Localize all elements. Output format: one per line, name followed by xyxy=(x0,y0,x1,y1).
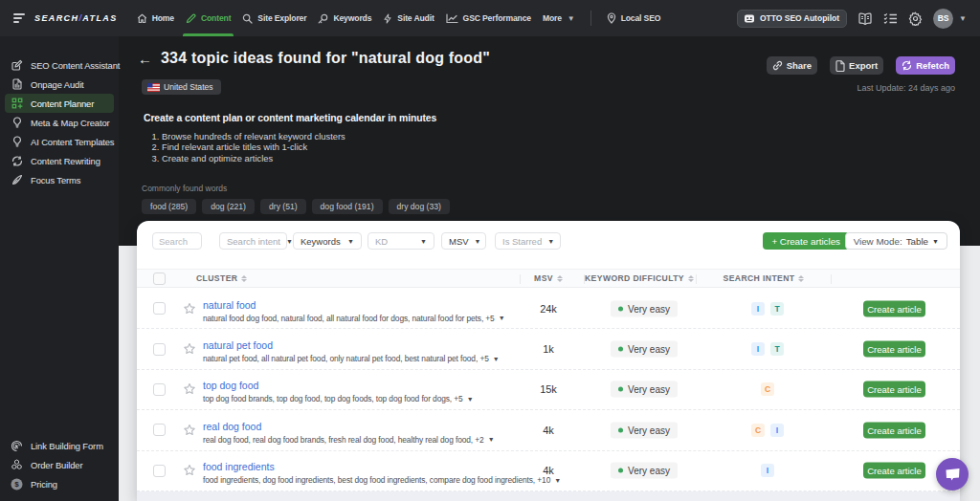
sidebar-item-meta-map-creator[interactable]: Meta & Map Creator xyxy=(5,113,114,132)
create-articles-button[interactable]: + Create articles xyxy=(763,232,849,250)
nav-item-more[interactable]: More▼ xyxy=(537,0,581,36)
create-article-button[interactable]: Create article xyxy=(863,463,925,479)
filter-row: Search intent▼Keywords▼KD▼MSV▼Is Starred… xyxy=(137,221,960,259)
word-chip[interactable]: food (285) xyxy=(142,199,196,214)
row-checkbox[interactable] xyxy=(153,302,166,315)
svg-text:$: $ xyxy=(14,480,19,489)
gear-icon[interactable] xyxy=(908,11,923,26)
row-checkbox[interactable] xyxy=(153,343,166,356)
back-arrow-icon[interactable]: ← xyxy=(138,52,152,66)
intent-badge-c: C xyxy=(751,424,765,437)
sidebar-item-pricing[interactable]: $Pricing xyxy=(5,474,114,493)
sidebar-item-seo-content-assistant[interactable]: SEO Content Assistant xyxy=(5,55,114,75)
sidebar-item-content-rewriting[interactable]: Content Rewriting xyxy=(5,151,114,170)
msv-value: 24k xyxy=(520,303,577,315)
chat-widget-button[interactable] xyxy=(936,458,969,490)
word-chip[interactable]: dog (221) xyxy=(202,199,255,214)
column-header-cluster[interactable]: CLUSTER xyxy=(196,270,247,287)
filter-is-starred[interactable]: Is Starred▼ xyxy=(495,232,561,250)
sidebar-item-content-planner[interactable]: Content Planner xyxy=(5,94,114,113)
caret-down-icon[interactable]: ▼ xyxy=(493,355,500,361)
word-chip[interactable]: dog food (191) xyxy=(312,199,383,214)
cluster-link[interactable]: top dog food xyxy=(203,380,258,391)
sort-icon[interactable] xyxy=(798,275,804,282)
otto-seo-autopilot-button[interactable]: OTTO SEO Autopilot xyxy=(737,10,847,28)
select-all-checkbox[interactable] xyxy=(153,272,166,285)
caret-down-icon[interactable]: ▼ xyxy=(554,476,561,483)
nav-item-content[interactable]: Content xyxy=(180,0,236,36)
export-button[interactable]: Export xyxy=(830,56,883,75)
sidebar-item-link-building-form[interactable]: Link Building Form xyxy=(5,436,114,455)
avatar[interactable]: BS xyxy=(933,9,953,29)
nav-item-local-seo[interactable]: Local SEO xyxy=(601,0,667,36)
sidebar-item-ai-content-templates[interactable]: AI Content Templates xyxy=(5,132,114,151)
nav-item-label: Keywords xyxy=(333,13,371,23)
create-article-button[interactable]: Create article xyxy=(863,422,925,438)
column-header-msv[interactable]: MSV xyxy=(520,270,577,287)
book-icon[interactable] xyxy=(858,12,873,25)
create-article-button[interactable]: Create article xyxy=(863,381,925,398)
search-input[interactable] xyxy=(152,232,202,250)
sidebar-item-label: Order Builder xyxy=(31,460,82,470)
star-icon[interactable] xyxy=(183,464,196,477)
table-scroll-strip[interactable] xyxy=(137,491,960,501)
word-chip[interactable]: dry dog (33) xyxy=(389,199,450,214)
logo[interactable]: SEARCH/ATLAS xyxy=(34,13,118,23)
filter-kd[interactable]: KD▼ xyxy=(368,232,434,250)
table-row: natural pet foodnatural pet food, all na… xyxy=(137,329,960,369)
country-chip[interactable]: United States xyxy=(142,79,221,95)
caret-down-icon[interactable]: ▼ xyxy=(488,436,495,443)
nav-item-gsc-performance[interactable]: GSC Performance xyxy=(440,0,537,36)
filter-keywords[interactable]: Keywords▼ xyxy=(293,232,362,250)
row-checkbox[interactable] xyxy=(153,383,166,396)
sidebar-item-label: Link Building Form xyxy=(31,441,103,451)
star-icon[interactable] xyxy=(183,342,196,356)
word-chip[interactable]: dry (51) xyxy=(260,199,306,214)
sort-icon[interactable] xyxy=(688,275,694,282)
user-menu[interactable]: BS ▼ xyxy=(933,9,967,29)
refetch-button[interactable]: Refetch xyxy=(896,56,955,75)
intro-step: Create and optimize articles xyxy=(162,153,345,163)
sidebar-item-label: Focus Terms xyxy=(31,175,80,185)
column-header-kd[interactable]: KEYWORD DIFFICULTY xyxy=(572,270,706,287)
create-article-button[interactable]: Create article xyxy=(863,300,925,316)
cluster-link[interactable]: natural food xyxy=(203,298,256,310)
filter-msv[interactable]: MSV▼ xyxy=(441,232,486,250)
view-mode-select[interactable]: View Mode: Table ▼ xyxy=(845,232,947,250)
nav-item-site-explorer[interactable]: Site Explorer xyxy=(236,0,312,36)
sort-icon[interactable] xyxy=(241,275,247,282)
nav-item-label: More xyxy=(543,13,562,23)
caret-down-icon[interactable]: ▼ xyxy=(499,315,505,321)
column-header-intent[interactable]: SEARCH INTENT xyxy=(706,270,821,287)
nav-item-site-audit[interactable]: Site Audit xyxy=(377,0,439,36)
cluster-link[interactable]: food ingredients xyxy=(203,461,275,472)
filter-search-intent[interactable]: Search intent▼ xyxy=(219,232,287,250)
nav-item-home[interactable]: Home xyxy=(131,0,180,36)
nav-item-label: Site Explorer xyxy=(257,13,306,23)
keyword-difficulty-badge: Very easy xyxy=(611,381,678,398)
cluster-keywords: food ingredients, dog food ingredients, … xyxy=(203,475,550,485)
row-checkbox[interactable] xyxy=(153,465,166,477)
star-icon[interactable] xyxy=(183,302,196,316)
cluster-link[interactable]: natural pet food xyxy=(203,339,273,351)
star-icon[interactable] xyxy=(183,382,196,396)
intro-step: Find relevant article titles with 1-clic… xyxy=(162,142,345,152)
nav-item-keywords[interactable]: Keywords xyxy=(312,0,377,36)
sidebar-item-onpage-audit[interactable]: Onpage Audit xyxy=(5,75,114,94)
cluster-link[interactable]: real dog food xyxy=(203,420,261,431)
sidebar-item-order-builder[interactable]: Order Builder xyxy=(5,455,114,474)
share-button[interactable]: Share xyxy=(767,56,817,75)
menu-icon[interactable] xyxy=(13,13,26,23)
caret-down-icon[interactable]: ▼ xyxy=(467,395,474,402)
sidebar-main-group: SEO Content AssistantOnpage AuditContent… xyxy=(0,36,119,189)
dollar-circle-icon: $ xyxy=(11,478,23,490)
row-checkbox[interactable] xyxy=(153,424,166,436)
sidebar-item-focus-terms[interactable]: Focus Terms xyxy=(5,170,114,189)
sort-icon[interactable] xyxy=(557,275,563,282)
star-icon[interactable] xyxy=(183,424,196,437)
bulb-icon xyxy=(11,117,23,128)
create-article-button[interactable]: Create article xyxy=(863,341,925,358)
caret-down-icon: ▼ xyxy=(347,238,354,245)
checklist-icon[interactable] xyxy=(883,12,898,25)
sidebar-bottom-group: Link Building FormOrder Builder$Pricing xyxy=(0,417,119,501)
